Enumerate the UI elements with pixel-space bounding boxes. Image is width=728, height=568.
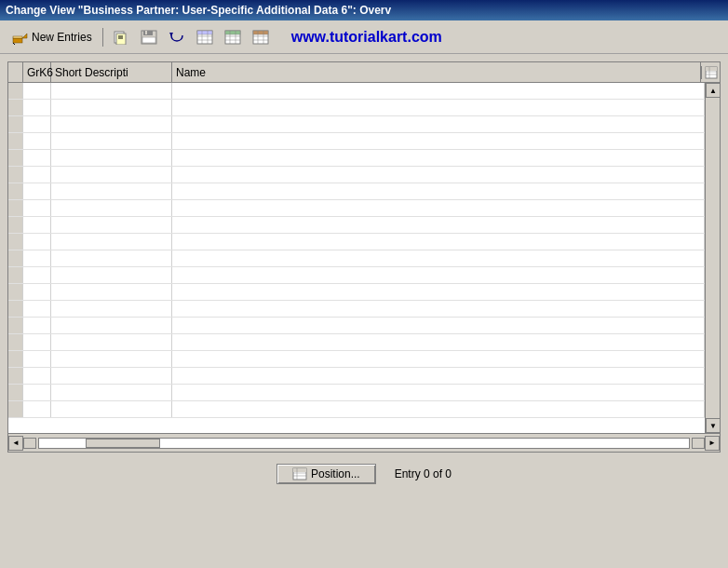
table-row[interactable] <box>8 116 705 133</box>
svg-rect-37 <box>293 468 306 472</box>
cell-short <box>51 116 172 132</box>
table-icon-2[interactable] <box>221 27 245 47</box>
svg-rect-5 <box>116 34 126 45</box>
horizontal-scrollbar: ◄ ► <box>8 433 720 452</box>
svg-rect-3 <box>13 36 22 38</box>
new-entries-label: New Entries <box>32 31 92 44</box>
table-row[interactable] <box>8 200 705 217</box>
grid3-icon <box>252 30 269 45</box>
table-row[interactable] <box>8 267 705 284</box>
undo-icon <box>169 30 185 45</box>
table-row[interactable] <box>8 334 705 351</box>
hscroll-left-button[interactable]: ◄ <box>8 436 23 451</box>
table-row[interactable] <box>8 133 705 150</box>
table-icon-3[interactable] <box>249 27 273 47</box>
svg-rect-10 <box>145 31 147 34</box>
table-row[interactable] <box>8 385 705 401</box>
svg-marker-1 <box>22 34 27 38</box>
scroll-down-button[interactable]: ▼ <box>706 418 720 433</box>
table-header: GrK6 Short Descripti Name <box>8 62 720 83</box>
table-row[interactable] <box>8 234 705 250</box>
col-header-short: Short Descripti <box>51 62 172 82</box>
table-row[interactable] <box>8 167 705 183</box>
svg-rect-20 <box>225 31 240 34</box>
save-button[interactable] <box>137 27 161 47</box>
table-row[interactable] <box>8 183 705 200</box>
svg-rect-32 <box>706 67 717 71</box>
table-row[interactable] <box>8 301 705 318</box>
table-row[interactable] <box>8 100 705 116</box>
watermark: www.tutorialkart.com <box>291 29 442 46</box>
vertical-scrollbar: ▲ ▼ <box>705 83 720 433</box>
col-header-name: Name <box>172 62 701 82</box>
table-row[interactable] <box>8 368 705 385</box>
table-row[interactable] <box>8 250 705 267</box>
cell-name <box>172 100 705 115</box>
position-button[interactable]: Position... <box>276 464 376 484</box>
cell-name <box>172 116 705 132</box>
pencil-icon <box>12 30 29 45</box>
svg-line-2 <box>13 43 15 45</box>
cell-grk6 <box>23 83 51 99</box>
save-icon <box>141 30 157 45</box>
position-icon <box>292 467 307 480</box>
svg-rect-11 <box>142 37 155 43</box>
grid2-icon <box>224 30 241 45</box>
cell-short <box>51 83 172 99</box>
title-text: Change View "Business Partner: User-Spec… <box>6 4 391 17</box>
col-header-grk6: GrK6 <box>23 62 51 82</box>
cell-short <box>51 100 172 115</box>
hscroll-page-right[interactable] <box>692 438 705 449</box>
svg-marker-12 <box>169 33 173 36</box>
table-config-icon <box>705 66 718 79</box>
position-btn-label: Position... <box>311 467 360 480</box>
svg-rect-26 <box>253 31 268 34</box>
entry-info: Entry 0 of 0 <box>395 467 452 480</box>
svg-rect-9 <box>143 31 153 35</box>
grid1-icon <box>196 30 213 45</box>
hscroll-track[interactable] <box>38 438 690 449</box>
hscroll-right-button[interactable]: ► <box>705 436 720 451</box>
cell-grk6 <box>23 116 51 132</box>
row-selector[interactable] <box>8 83 23 99</box>
copy1-icon <box>113 30 129 45</box>
svg-rect-0 <box>13 38 22 43</box>
table-config-button[interactable] <box>701 66 720 79</box>
undo-button[interactable] <box>165 27 189 47</box>
title-bar: Change View "Business Partner: User-Spec… <box>0 0 728 20</box>
table-row[interactable] <box>8 401 705 418</box>
hscroll-thumb[interactable] <box>86 439 160 448</box>
copy-button-1[interactable] <box>109 27 133 47</box>
table-container: GrK6 Short Descripti Name <box>7 61 721 453</box>
toolbar-separator-1 <box>102 28 103 47</box>
table-row[interactable] <box>8 351 705 368</box>
svg-rect-14 <box>197 31 212 34</box>
scroll-track-top[interactable] <box>706 98 720 418</box>
table-row[interactable] <box>8 83 705 100</box>
row-selector[interactable] <box>8 133 23 149</box>
table-body: ▲ ▼ <box>8 83 720 433</box>
row-selector[interactable] <box>8 116 23 132</box>
table-rows <box>8 83 705 433</box>
table-row[interactable] <box>8 217 705 234</box>
new-entries-button[interactable]: New Entries <box>7 27 97 47</box>
toolbar: New Entries <box>0 20 728 54</box>
bottom-bar: Position... Entry 0 of 0 <box>7 460 721 488</box>
cell-name <box>172 83 705 99</box>
table-row[interactable] <box>8 284 705 301</box>
scroll-up-button[interactable]: ▲ <box>706 83 720 98</box>
table-row[interactable] <box>8 318 705 334</box>
table-icon-1[interactable] <box>193 27 217 47</box>
cell-grk6 <box>23 100 51 115</box>
table-row[interactable] <box>8 150 705 167</box>
main-content: GrK6 Short Descripti Name <box>0 54 728 568</box>
row-selector[interactable] <box>8 100 23 115</box>
hscroll-page-left[interactable] <box>23 438 36 449</box>
